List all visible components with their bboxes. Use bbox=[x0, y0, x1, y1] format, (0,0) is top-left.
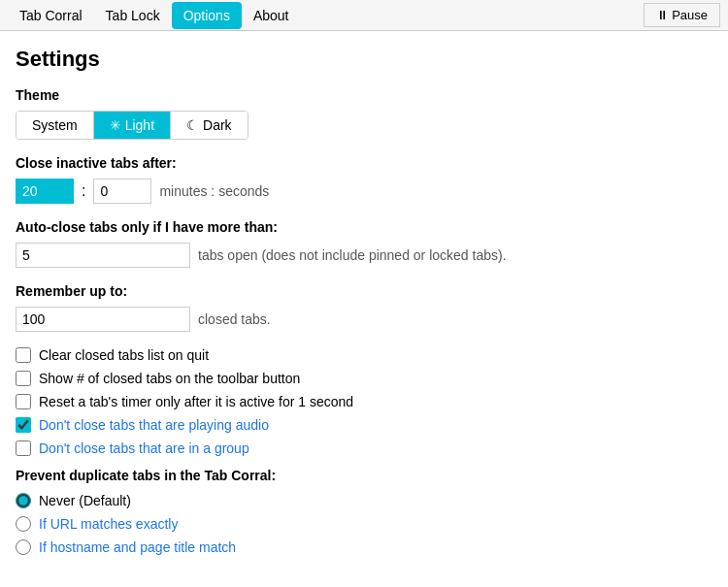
auto-close-description: tabs open (does not include pinned or lo… bbox=[198, 247, 507, 263]
nav-tab-lock[interactable]: Tab Lock bbox=[94, 2, 172, 29]
minutes-input[interactable] bbox=[16, 179, 74, 204]
url-exact-label[interactable]: If URL matches exactly bbox=[39, 516, 178, 532]
reset-timer-label[interactable]: Reset a tab's timer only after it is act… bbox=[39, 394, 353, 409]
dont-close-group-label[interactable]: Don't close tabs that are in a group bbox=[39, 440, 249, 456]
radio-url-exact: If URL matches exactly bbox=[16, 516, 712, 532]
checkbox-dont-close-audio: Don't close tabs that are playing audio bbox=[16, 417, 712, 433]
seconds-input[interactable] bbox=[93, 179, 151, 204]
show-count-checkbox[interactable] bbox=[16, 371, 31, 386]
time-description: minutes : seconds bbox=[159, 183, 269, 199]
remember-row: closed tabs. bbox=[16, 307, 712, 332]
auto-close-label: Auto-close tabs only if I have more than… bbox=[16, 219, 712, 235]
dont-close-audio-label[interactable]: Don't close tabs that are playing audio bbox=[39, 417, 269, 433]
pause-button[interactable]: ⏸ Pause bbox=[644, 3, 720, 27]
time-separator: : bbox=[82, 182, 85, 200]
dark-label: Dark bbox=[203, 117, 232, 133]
theme-toggle-group: System ✳ Light ☾ Dark bbox=[16, 111, 248, 140]
light-icon: ✳ bbox=[110, 117, 121, 133]
reset-timer-checkbox[interactable] bbox=[16, 394, 31, 409]
prevent-duplicate-label: Prevent duplicate tabs in the Tab Corral… bbox=[16, 468, 712, 483]
checkbox-clear-closed: Clear closed tabs list on quit bbox=[16, 347, 712, 363]
close-inactive-label: Close inactive tabs after: bbox=[16, 155, 712, 171]
checkbox-reset-timer: Reset a tab's timer only after it is act… bbox=[16, 394, 712, 409]
clear-closed-label[interactable]: Clear closed tabs list on quit bbox=[39, 347, 209, 363]
remember-description: closed tabs. bbox=[198, 311, 271, 327]
never-label[interactable]: Never (Default) bbox=[39, 493, 131, 508]
dont-close-audio-checkbox[interactable] bbox=[16, 417, 31, 433]
checkbox-dont-close-group: Don't close tabs that are in a group bbox=[16, 440, 712, 456]
checkbox-show-count: Show # of closed tabs on the toolbar but… bbox=[16, 371, 712, 386]
theme-dark-btn[interactable]: ☾ Dark bbox=[170, 112, 248, 139]
settings-content: Settings Theme System ✳ Light ☾ Dark Clo… bbox=[0, 31, 728, 578]
theme-label: Theme bbox=[16, 87, 712, 103]
remember-input[interactable] bbox=[16, 307, 190, 332]
navbar: Tab Corral Tab Lock Options About ⏸ Paus… bbox=[0, 0, 728, 31]
dark-icon: ☾ bbox=[186, 117, 199, 133]
remember-label: Remember up to: bbox=[16, 283, 712, 299]
dont-close-group-checkbox[interactable] bbox=[16, 440, 31, 456]
clear-closed-checkbox[interactable] bbox=[16, 347, 31, 363]
radio-hostname-title: If hostname and page title match bbox=[16, 539, 712, 555]
close-inactive-row: : minutes : seconds bbox=[16, 179, 712, 204]
hostname-title-radio[interactable] bbox=[16, 539, 31, 555]
light-label: Light bbox=[125, 117, 154, 133]
nav-options[interactable]: Options bbox=[172, 2, 242, 29]
auto-close-row: tabs open (does not include pinned or lo… bbox=[16, 243, 712, 268]
theme-light-btn[interactable]: ✳ Light bbox=[93, 112, 170, 139]
page-title: Settings bbox=[16, 47, 712, 72]
never-radio[interactable] bbox=[16, 493, 31, 508]
theme-system-btn[interactable]: System bbox=[17, 112, 93, 139]
nav-about[interactable]: About bbox=[242, 2, 301, 29]
url-exact-radio[interactable] bbox=[16, 516, 31, 532]
show-count-label[interactable]: Show # of closed tabs on the toolbar but… bbox=[39, 371, 300, 386]
radio-never: Never (Default) bbox=[16, 493, 712, 508]
auto-close-input[interactable] bbox=[16, 243, 190, 268]
nav-tab-corral[interactable]: Tab Corral bbox=[8, 2, 94, 29]
hostname-title-label[interactable]: If hostname and page title match bbox=[39, 539, 236, 555]
system-label: System bbox=[32, 117, 78, 133]
